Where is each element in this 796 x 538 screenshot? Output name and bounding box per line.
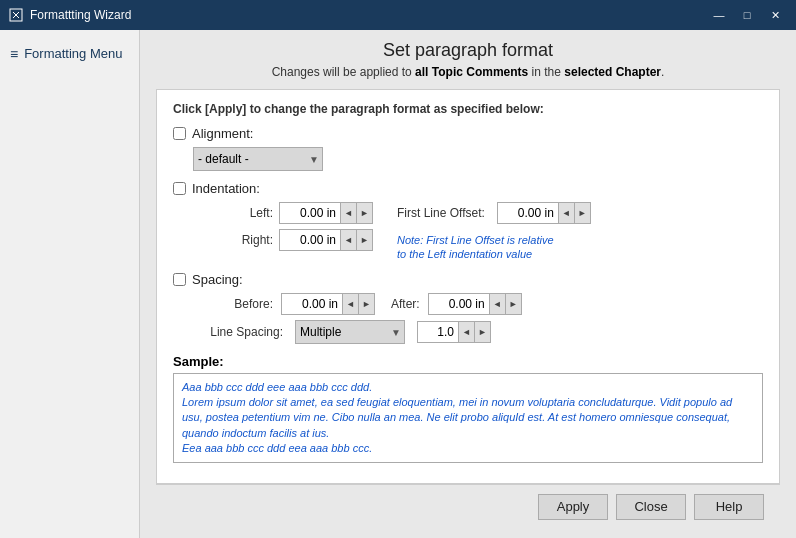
left-label: Left: bbox=[193, 206, 273, 220]
subtitle-bold2: selected Chapter bbox=[564, 65, 661, 79]
menu-icon: ≡ bbox=[10, 47, 18, 61]
alignment-select[interactable]: - default - Left Center Right Justify bbox=[193, 147, 323, 171]
line-spacing-increment[interactable]: ► bbox=[474, 322, 490, 342]
spacing-section-header: Spacing: bbox=[173, 272, 763, 287]
app-icon bbox=[8, 7, 24, 23]
close-button[interactable]: ✕ bbox=[762, 5, 788, 25]
help-button[interactable]: Help bbox=[694, 494, 764, 520]
sample-box: Aaa bbb ccc ddd eee aaa bbb ccc ddd. Lor… bbox=[173, 373, 763, 463]
right-field-row: Right: ◄ ► bbox=[193, 229, 373, 251]
line-spacing-row: Line Spacing: Multiple Single 1.5 Lines … bbox=[193, 320, 763, 344]
right-decrement[interactable]: ◄ bbox=[340, 230, 356, 250]
line-spacing-dropdown-wrapper: Multiple Single 1.5 Lines Double At Leas… bbox=[295, 320, 405, 344]
title-bar: Formattting Wizard — □ ✕ bbox=[0, 0, 796, 30]
first-line-input[interactable] bbox=[498, 203, 558, 223]
alignment-body: - default - Left Center Right Justify ▼ bbox=[193, 147, 763, 171]
maximize-button[interactable]: □ bbox=[734, 5, 760, 25]
first-line-decrement[interactable]: ◄ bbox=[558, 203, 574, 223]
main-layout: ≡ Formatting Menu Set paragraph format C… bbox=[0, 30, 796, 538]
window-title: Formattting Wizard bbox=[30, 8, 706, 22]
indentation-section-header: Indentation: bbox=[173, 181, 763, 196]
first-line-label: First Line Offset: bbox=[397, 206, 485, 220]
line-spacing-num-input[interactable] bbox=[418, 322, 458, 342]
subtitle-bold: all Topic Comments bbox=[415, 65, 528, 79]
spacing-body: Before: ◄ ► After: ◄ ► Line Spacing: bbox=[193, 293, 763, 344]
before-label: Before: bbox=[193, 297, 273, 311]
line-spacing-label: Line Spacing: bbox=[193, 325, 283, 339]
page-subtitle: Changes will be applied to all Topic Com… bbox=[156, 65, 780, 79]
form-desc-text: Click [Apply] to change the paragraph fo… bbox=[173, 102, 544, 116]
subtitle-end: . bbox=[661, 65, 664, 79]
left-input-group: ◄ ► bbox=[279, 202, 373, 224]
before-after-row: Before: ◄ ► After: ◄ ► bbox=[193, 293, 763, 315]
before-increment[interactable]: ► bbox=[358, 294, 374, 314]
alignment-dropdown-wrapper: - default - Left Center Right Justify ▼ bbox=[193, 147, 323, 171]
left-field-row: Left: ◄ ► bbox=[193, 202, 373, 224]
left-input[interactable] bbox=[280, 203, 340, 223]
after-input[interactable] bbox=[429, 294, 489, 314]
before-decrement[interactable]: ◄ bbox=[342, 294, 358, 314]
sidebar-item-formatting-menu[interactable]: ≡ Formatting Menu bbox=[0, 38, 139, 69]
right-input[interactable] bbox=[280, 230, 340, 250]
line-spacing-select[interactable]: Multiple Single 1.5 Lines Double At Leas… bbox=[295, 320, 405, 344]
indentation-checkbox[interactable] bbox=[173, 182, 186, 195]
indentation-body: Left: ◄ ► Right: ◄ bbox=[193, 202, 763, 262]
line-spacing-decrement[interactable]: ◄ bbox=[458, 322, 474, 342]
right-increment[interactable]: ► bbox=[356, 230, 372, 250]
after-increment[interactable]: ► bbox=[505, 294, 521, 314]
alignment-checkbox[interactable] bbox=[173, 127, 186, 140]
page-title: Set paragraph format bbox=[156, 40, 780, 61]
indentation-left-right: Left: ◄ ► Right: ◄ bbox=[193, 202, 373, 256]
after-input-group: ◄ ► bbox=[428, 293, 522, 315]
right-label: Right: bbox=[193, 233, 273, 247]
alignment-section-header: Alignment: bbox=[173, 126, 763, 141]
right-input-group: ◄ ► bbox=[279, 229, 373, 251]
window-controls: — □ ✕ bbox=[706, 5, 788, 25]
first-line-field-row: First Line Offset: ◄ ► bbox=[397, 202, 591, 224]
minimize-button[interactable]: — bbox=[706, 5, 732, 25]
form-panel: Click [Apply] to change the paragraph fo… bbox=[156, 89, 780, 484]
sidebar: ≡ Formatting Menu bbox=[0, 30, 140, 538]
first-line-input-group: ◄ ► bbox=[497, 202, 591, 224]
alignment-dropdown-row: - default - Left Center Right Justify ▼ bbox=[193, 147, 763, 171]
first-line-offset-col: First Line Offset: ◄ ► Note: First Line … bbox=[397, 202, 591, 262]
spacing-label: Spacing: bbox=[192, 272, 243, 287]
apply-button[interactable]: Apply bbox=[538, 494, 608, 520]
before-input-group: ◄ ► bbox=[281, 293, 375, 315]
left-decrement[interactable]: ◄ bbox=[340, 203, 356, 223]
subtitle-prefix: Changes will be applied to bbox=[272, 65, 415, 79]
line-spacing-num-group: ◄ ► bbox=[417, 321, 491, 343]
content-area: Set paragraph format Changes will be app… bbox=[140, 30, 796, 538]
first-line-increment[interactable]: ► bbox=[574, 203, 590, 223]
bottom-bar: Apply Close Help bbox=[156, 484, 780, 528]
indentation-label: Indentation: bbox=[192, 181, 260, 196]
form-description: Click [Apply] to change the paragraph fo… bbox=[173, 102, 763, 116]
before-input[interactable] bbox=[282, 294, 342, 314]
after-decrement[interactable]: ◄ bbox=[489, 294, 505, 314]
alignment-label: Alignment: bbox=[192, 126, 253, 141]
close-button[interactable]: Close bbox=[616, 494, 686, 520]
sample-label: Sample: bbox=[173, 354, 763, 369]
left-increment[interactable]: ► bbox=[356, 203, 372, 223]
subtitle-middle: in the bbox=[528, 65, 564, 79]
sidebar-item-label: Formatting Menu bbox=[24, 46, 122, 61]
after-label: After: bbox=[391, 297, 420, 311]
first-line-note: Note: First Line Offset is relative to t… bbox=[397, 233, 557, 262]
spacing-checkbox[interactable] bbox=[173, 273, 186, 286]
